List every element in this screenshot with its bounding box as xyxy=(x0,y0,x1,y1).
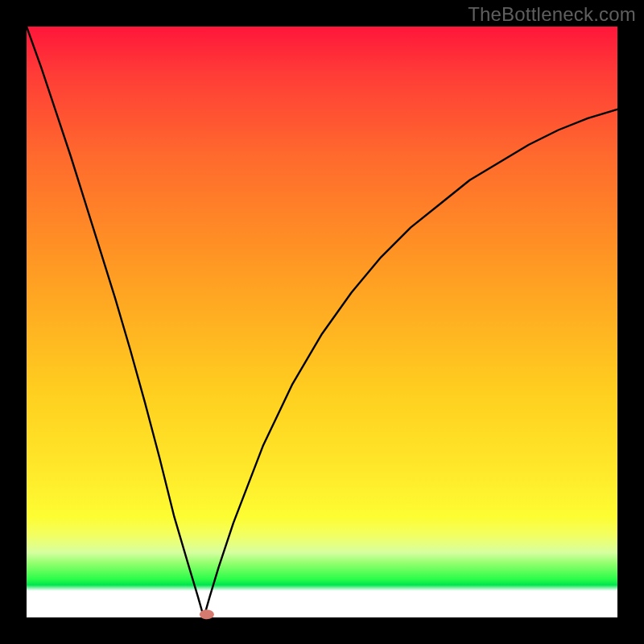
curve-group xyxy=(27,27,617,617)
watermark-text: TheBottleneck.com xyxy=(468,3,636,26)
bottleneck-curve-svg xyxy=(27,27,617,617)
min-marker-ellipse xyxy=(200,609,214,619)
bottleneck-curve-path xyxy=(27,27,617,617)
chart-frame: TheBottleneck.com xyxy=(0,0,644,644)
min-marker xyxy=(200,609,214,619)
plot-area xyxy=(27,27,617,617)
